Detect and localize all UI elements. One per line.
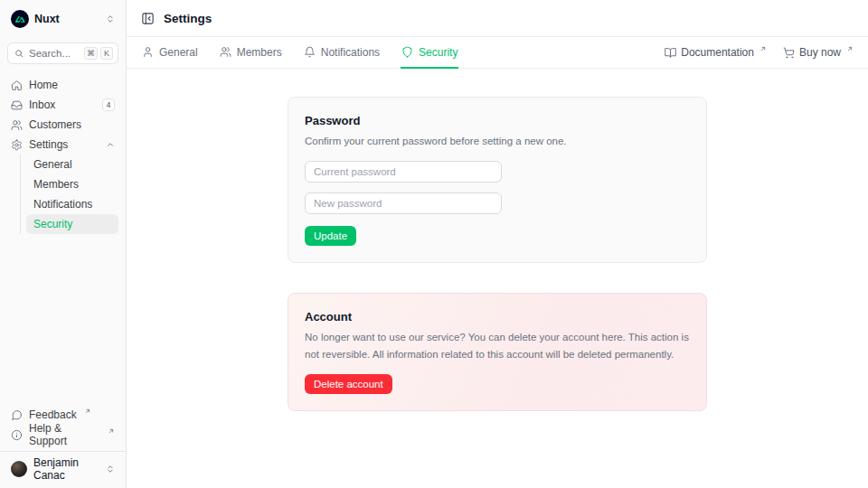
sidebar-item-label: General [33,158,72,171]
tabs: General Members Notifications Security [141,37,458,68]
header-links: Documentation Buy now [665,37,854,68]
inbox-count-badge: 4 [102,99,115,111]
tab-label: Members [237,46,282,59]
sidebar-item-label: Members [33,178,79,191]
sidebar-item-label: Settings [29,138,68,151]
sidebar: Nuxt Search... ⌘ K Home Inbox 4 [0,0,127,488]
chevrons-up-down-icon [106,14,115,23]
password-card: Password Confirm your current password b… [288,97,707,263]
external-link-icon [846,45,854,52]
search-shortcut: ⌘ K [84,47,113,60]
tab-general[interactable]: General [141,37,199,69]
link-label: Buy now [799,46,841,59]
sidebar-item-notifications[interactable]: Notifications [26,194,118,214]
sidebar-item-label: Help & Support [29,422,100,447]
book-open-icon [665,47,676,59]
app-window: Nuxt Search... ⌘ K Home Inbox 4 [0,0,868,488]
sidebar-item-label: Inbox [29,99,55,111]
external-link-icon [84,408,91,415]
sidebar-item-members[interactable]: Members [26,174,118,194]
external-link-icon [760,45,767,52]
search-icon [14,49,24,58]
tab-security[interactable]: Security [401,37,458,69]
new-password-field[interactable] [305,192,502,214]
tab-bar: General Members Notifications Security [127,37,868,69]
external-link-icon [108,427,115,435]
account-card-description: No longer want to use our service? You c… [305,329,690,362]
page-title: Settings [164,12,212,25]
tab-label: Notifications [321,46,380,59]
sidebar-item-label: Home [29,79,58,91]
kbd-cmd: ⌘ [84,47,98,60]
sidebar-item-label: Customers [29,118,81,131]
avatar [11,461,27,477]
users-icon [11,119,23,131]
search-input[interactable]: Search... ⌘ K [7,42,118,64]
shield-icon [401,46,413,58]
sidebar-item-label: Security [33,218,72,230]
settings-security-content: Password Confirm your current password b… [127,69,868,488]
password-card-description: Confirm your current password before set… [305,133,690,149]
sidebar-item-security[interactable]: Security [26,214,118,234]
current-password-field[interactable] [305,161,502,183]
account-card: Account No longer want to use our servic… [288,293,707,411]
sidebar-toggle-icon[interactable] [141,12,155,25]
sidebar-item-label: Feedback [29,408,77,421]
tab-members[interactable]: Members [219,37,283,69]
search-placeholder: Search... [29,48,71,59]
chevron-up-icon [106,140,115,149]
chat-bubble-icon [11,409,23,421]
chevrons-up-down-icon [106,465,115,474]
link-label: Documentation [681,46,754,59]
sidebar-item-label: Notifications [33,198,92,211]
account-card-title: Account [305,310,690,324]
home-icon [11,80,23,91]
tab-notifications[interactable]: Notifications [303,37,381,69]
buy-now-link[interactable]: Buy now [783,46,854,59]
sidebar-item-inbox[interactable]: Inbox 4 [7,95,118,115]
delete-account-button[interactable]: Delete account [305,374,392,394]
sidebar-spacer [7,234,118,405]
tab-label: Security [419,46,458,59]
documentation-link[interactable]: Documentation [665,46,767,59]
tab-label: General [159,46,198,59]
shopping-cart-icon [783,47,795,59]
sidebar-item-help-support[interactable]: Help & Support [7,425,118,445]
sidebar-item-home[interactable]: Home [7,75,118,95]
team-name: Nuxt [34,13,60,25]
user-icon [142,46,154,58]
gear-icon [11,139,23,151]
user-name: Benjamin Canac [33,456,99,482]
settings-submenu: General Members Notifications Security [20,155,118,234]
bell-icon [304,46,316,58]
info-circle-icon [11,429,23,441]
update-button[interactable]: Update [305,226,356,246]
sidebar-nav: Home Inbox 4 Customers Settings Gener [7,75,118,234]
team-picker[interactable]: Nuxt [7,7,118,31]
nuxt-logo-icon [11,10,29,28]
sidebar-item-general[interactable]: General [26,155,118,174]
kbd-k: K [100,47,113,60]
sidebar-divider [0,451,126,452]
password-card-title: Password [305,114,690,127]
sidebar-item-settings[interactable]: Settings [7,135,118,155]
users-icon [220,46,231,58]
main-panel: Settings General Members Notifications [127,0,868,488]
sidebar-item-customers[interactable]: Customers [7,115,118,135]
user-menu[interactable]: Benjamin Canac [7,457,118,481]
page-header: Settings [127,0,868,37]
inbox-icon [11,99,23,111]
